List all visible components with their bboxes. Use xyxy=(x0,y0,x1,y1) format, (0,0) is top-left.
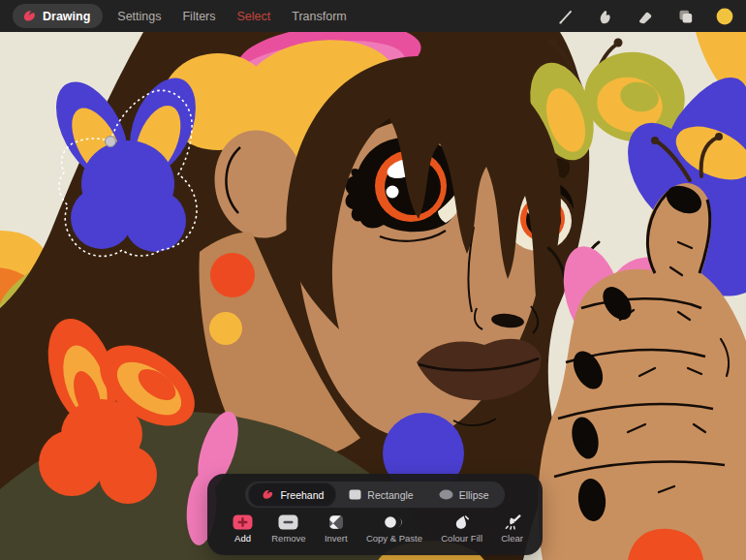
mode-ellipse[interactable]: Ellipse xyxy=(426,483,502,506)
copy-paste-circles-icon xyxy=(384,514,405,530)
paint-drop-icon xyxy=(453,514,470,530)
ellipse-icon xyxy=(439,489,453,500)
top-tools xyxy=(556,7,733,25)
color-swatch[interactable] xyxy=(715,7,733,25)
mode-freehand[interactable]: Freehand xyxy=(248,482,336,507)
gallery-label: Drawing xyxy=(43,10,90,23)
layers-icon[interactable] xyxy=(675,7,694,25)
selection-mode-row: Freehand Rectangle Ellipse xyxy=(245,482,504,508)
action-invert-label: Invert xyxy=(325,534,348,544)
main-menu: Settings Filters Select Transform xyxy=(117,10,346,23)
menu-settings[interactable]: Settings xyxy=(117,10,161,23)
action-clear-label: Clear xyxy=(501,534,523,544)
mode-rectangle[interactable]: Rectangle xyxy=(336,483,425,506)
paint-brush-icon[interactable] xyxy=(556,7,575,25)
action-clear[interactable]: Clear xyxy=(501,514,523,544)
eraser-icon[interactable] xyxy=(636,7,654,25)
minus-badge-icon xyxy=(278,514,298,530)
top-toolbar: Drawing Settings Filters Select Transfor… xyxy=(0,0,746,32)
action-invert[interactable]: Invert xyxy=(325,514,348,544)
gallery-button[interactable]: Drawing xyxy=(13,4,103,28)
action-add[interactable]: Add xyxy=(233,514,253,544)
action-colour-fill[interactable]: Colour Fill xyxy=(441,514,482,544)
mode-freehand-label: Freehand xyxy=(280,489,324,501)
mode-rectangle-label: Rectangle xyxy=(367,489,413,501)
invert-square-icon xyxy=(328,514,344,530)
action-copy-paste-label: Copy & Paste xyxy=(366,534,422,544)
action-remove-label: Remove xyxy=(271,534,305,544)
procreate-logo-icon xyxy=(21,9,37,23)
selection-start-handle[interactable] xyxy=(106,137,116,147)
mode-ellipse-label: Ellipse xyxy=(459,489,489,501)
selection-actions-row: Add Remove Invert xyxy=(207,508,543,555)
freehand-squiggle-icon xyxy=(261,488,274,501)
action-colour-fill-label: Colour Fill xyxy=(441,534,482,544)
action-add-label: Add xyxy=(234,534,251,544)
menu-select[interactable]: Select xyxy=(237,10,271,23)
selection-toolbar: Freehand Rectangle Ellipse xyxy=(207,474,543,555)
action-remove[interactable]: Remove xyxy=(271,514,305,544)
action-copy-paste[interactable]: Copy & Paste xyxy=(366,514,422,544)
smudge-icon[interactable] xyxy=(596,7,614,25)
menu-filters[interactable]: Filters xyxy=(182,10,215,23)
rectangle-icon xyxy=(349,489,361,500)
plus-badge-icon xyxy=(233,514,253,530)
sweep-brush-icon xyxy=(504,514,521,530)
menu-transform[interactable]: Transform xyxy=(292,10,347,23)
procreate-app: Drawing Settings Filters Select Transfor… xyxy=(0,0,746,560)
